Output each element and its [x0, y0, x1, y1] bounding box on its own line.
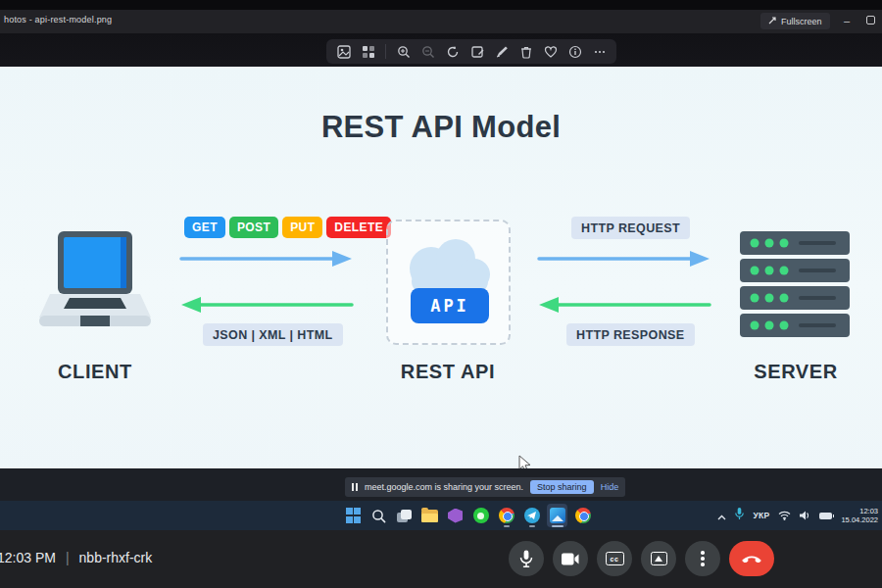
taskbar-icons — [343, 504, 593, 527]
visual-studio-icon — [448, 509, 463, 523]
fullscreen-label: Fullscreen — [781, 17, 822, 26]
windows-taskbar: УКР 12:03 15.04.2022 — [0, 501, 882, 530]
client-laptop-icon — [39, 231, 151, 335]
tray-mic-icon[interactable] — [735, 507, 744, 524]
client-response-arrow — [179, 295, 354, 315]
server-response-arrow — [537, 295, 711, 315]
volume-icon[interactable] — [800, 507, 810, 524]
meet-bottom-bar: 12:03 PM | nbb-rhxf-crk cc — [0, 530, 882, 588]
meet-clock: 12:03 PM — [0, 550, 56, 565]
browser-button[interactable] — [572, 504, 593, 527]
fullscreen-icon — [768, 17, 776, 26]
camera-button[interactable] — [553, 541, 588, 576]
fullscreen-button[interactable]: Fullscreen — [760, 13, 830, 29]
delete-badge: DELETE — [326, 217, 391, 238]
rest-api-box: API — [386, 220, 511, 345]
client-label: CLIENT — [36, 361, 154, 383]
meet-separator: | — [66, 550, 70, 565]
zoom-out-icon[interactable] — [420, 44, 435, 59]
battery-icon[interactable] — [819, 513, 832, 519]
tray-expand-icon[interactable] — [717, 507, 726, 524]
server-request-arrow — [537, 249, 711, 269]
start-button[interactable] — [343, 504, 364, 527]
rotate-icon[interactable] — [445, 44, 460, 59]
folder-icon — [421, 510, 438, 522]
stop-sharing-button[interactable]: Stop sharing — [530, 480, 594, 494]
http-response-label: HTTP RESPONSE — [566, 323, 695, 346]
photos-toolbar-row — [0, 33, 882, 67]
pause-icon[interactable] — [352, 483, 358, 491]
language-indicator[interactable]: УКР — [753, 511, 769, 520]
tray-clock[interactable]: 12:03 15.04.2022 — [841, 507, 878, 524]
photos-toolbar — [326, 39, 616, 64]
http-request-label: HTTP REQUEST — [571, 217, 690, 239]
hide-banner-button[interactable]: Hide — [601, 482, 619, 492]
photos-titlebar: hotos - api-rest-model.png — [0, 10, 882, 33]
info-icon[interactable] — [567, 44, 582, 59]
rest-api-label: REST API — [369, 361, 526, 383]
present-button[interactable] — [641, 541, 676, 576]
search-button[interactable] — [368, 504, 389, 527]
client-request-arrow — [179, 249, 354, 269]
microphone-button[interactable] — [509, 541, 544, 576]
diagram-title: REST API Model — [0, 110, 882, 145]
draw-icon[interactable] — [494, 44, 509, 59]
toolbar-divider — [385, 44, 386, 59]
api-button: API — [411, 288, 489, 323]
file-explorer-button[interactable] — [419, 504, 440, 527]
screen: hotos - api-rest-model.png Fullscreen – — [0, 0, 882, 588]
captions-icon: cc — [606, 552, 624, 565]
favorite-icon[interactable] — [543, 44, 558, 59]
screen-share-banner: meet.google.com is sharing your screen. … — [345, 477, 625, 497]
crop-icon[interactable] — [469, 44, 484, 59]
chrome-button[interactable] — [496, 504, 516, 527]
maximize-button[interactable] — [866, 16, 875, 24]
present-icon — [651, 552, 667, 565]
wifi-icon[interactable] — [778, 507, 791, 524]
end-call-button[interactable] — [729, 541, 774, 576]
windows-logo-icon — [346, 508, 362, 523]
meet-info: 12:03 PM | nbb-rhxf-crk — [0, 550, 152, 565]
post-badge: POST — [229, 217, 278, 238]
server-label: SERVER — [737, 361, 855, 383]
zoom-in-icon[interactable] — [396, 44, 411, 59]
see-all-photos-icon[interactable] — [361, 44, 375, 59]
window-title: hotos - api-rest-model.png — [4, 15, 112, 24]
get-badge: GET — [184, 217, 225, 238]
photos-app-button[interactable] — [547, 504, 567, 527]
more-icon[interactable] — [592, 44, 607, 59]
visual-studio-button[interactable] — [445, 504, 466, 527]
share-message: meet.google.com is sharing your screen. — [365, 482, 523, 492]
meeting-code: nbb-rhxf-crk — [79, 550, 153, 565]
delete-icon[interactable] — [518, 44, 533, 59]
meet-controls: cc — [509, 541, 774, 576]
share-strip: meet.google.com is sharing your screen. … — [0, 468, 882, 501]
task-view-icon — [397, 510, 412, 522]
green-app-button[interactable] — [470, 504, 491, 527]
system-tray: УКР 12:03 15.04.2022 — [717, 501, 878, 530]
edit-image-icon[interactable] — [336, 44, 351, 59]
more-options-icon — [701, 551, 705, 566]
server-rack-icon — [740, 231, 850, 343]
chrome-icon — [499, 508, 514, 523]
tray-date: 15.04.2022 — [841, 515, 878, 524]
top-black-strip — [0, 0, 882, 10]
photos-app-icon — [550, 508, 565, 523]
task-view-button[interactable] — [394, 504, 415, 527]
minimize-button[interactable]: – — [838, 12, 856, 29]
browser-icon — [575, 508, 591, 523]
captions-button[interactable]: cc — [597, 541, 632, 576]
formats-label: JSON | XML | HTML — [203, 323, 343, 346]
more-options-button[interactable] — [685, 541, 720, 576]
green-app-icon — [473, 508, 489, 523]
telegram-icon — [524, 508, 540, 523]
http-method-badges: GET POST PUT DELETE — [184, 217, 391, 238]
put-badge: PUT — [282, 217, 322, 238]
telegram-button[interactable] — [521, 504, 542, 527]
tray-time: 12:03 — [859, 507, 878, 515]
shared-image-canvas: REST API Model CLIENT GET POST PUT DELET… — [0, 67, 882, 468]
